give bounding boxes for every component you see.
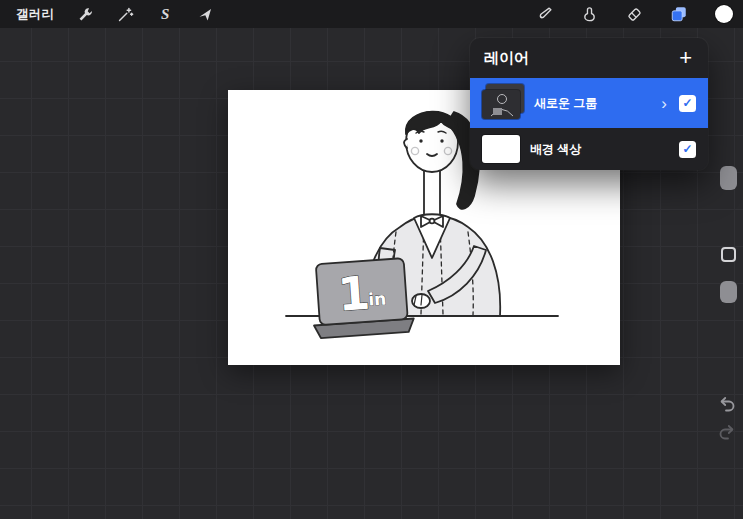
brush-opacity-slider-handle[interactable] [720, 281, 737, 303]
toolbar-right-group [535, 5, 743, 23]
eraser-icon[interactable] [625, 5, 643, 23]
layer-row-background[interactable]: 배경 색상 ✓ [470, 128, 708, 170]
actions-wrench-icon[interactable] [76, 5, 94, 23]
active-color-swatch[interactable] [715, 5, 733, 23]
adjustments-wand-icon[interactable] [116, 5, 134, 23]
layers-panel-header: 레이어 + [470, 38, 708, 78]
layers-panel: 레이어 + 새로운 그룹 › ✓ 배경 색상 [470, 38, 708, 170]
selection-icon[interactable]: S [156, 5, 174, 23]
layer-group-thumbnail [482, 87, 524, 119]
layers-panel-title: 레이어 [484, 49, 529, 68]
layer-visibility-checkbox[interactable]: ✓ [679, 95, 696, 112]
chevron-right-icon[interactable]: › [661, 95, 669, 112]
add-layer-button[interactable]: + [677, 47, 694, 69]
gallery-button[interactable]: 갤러리 [16, 6, 54, 23]
modify-button[interactable] [721, 247, 736, 262]
check-icon: ✓ [682, 143, 692, 155]
layer-visibility-checkbox[interactable]: ✓ [679, 141, 696, 158]
layer-thumbnail-front [482, 90, 520, 119]
layers-icon[interactable] [670, 5, 688, 23]
smudge-icon[interactable] [580, 5, 598, 23]
laptop-unit-text: in [368, 288, 387, 309]
check-icon: ✓ [682, 97, 692, 109]
top-toolbar: 갤러리 S [0, 0, 743, 28]
brush-size-slider-handle[interactable] [720, 166, 737, 190]
redo-button[interactable] [717, 422, 737, 442]
background-color-thumbnail [482, 135, 520, 163]
undo-button[interactable] [717, 394, 737, 414]
laptop-number-text: 1 [336, 266, 372, 322]
transform-arrow-icon[interactable] [196, 5, 214, 23]
selection-letter: S [161, 7, 169, 22]
layer-row-group[interactable]: 새로운 그룹 › ✓ [470, 78, 708, 128]
toolbar-left-group: 갤러리 S [0, 5, 214, 23]
layer-name: 배경 색상 [530, 141, 669, 158]
laptop-sign: 1 in [310, 258, 415, 339]
brush-icon[interactable] [535, 5, 553, 23]
layer-name: 새로운 그룹 [534, 95, 651, 112]
procreate-app: 갤러리 S [0, 0, 743, 519]
